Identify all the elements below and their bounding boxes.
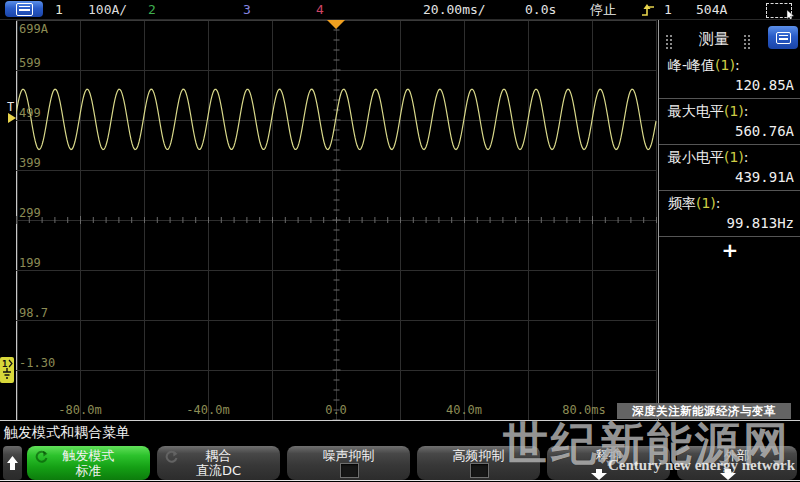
y-axis-label: 599: [19, 56, 41, 70]
y-axis-label: 98.7: [19, 306, 48, 320]
measurement-item[interactable]: 最小电平(1):439.91A: [659, 145, 800, 191]
separator: [659, 236, 800, 237]
checkbox-unchecked[interactable]: [340, 463, 359, 478]
watermark-subtitle: Century new energy network: [608, 457, 795, 474]
y-axis-label: 699A: [19, 22, 48, 36]
trigger-source-readout[interactable]: 1: [664, 1, 672, 18]
x-axis-label: -40.0m: [184, 403, 232, 417]
trigger-level-arrow-icon[interactable]: [8, 113, 16, 123]
measurement-label: 最大电平(1):: [659, 99, 800, 121]
x-axis-label: 40.0m: [440, 403, 488, 417]
channel-3-number[interactable]: 3: [243, 1, 251, 18]
measurement-channel: (1): [696, 195, 716, 211]
rising-edge-icon: [641, 3, 655, 17]
up-arrow-icon: [6, 455, 19, 471]
measurement-label: 频率(1):: [659, 191, 800, 213]
y-axis-label: -1.30: [19, 356, 55, 370]
softkey-2[interactable]: 耦合直流DC: [157, 446, 280, 480]
trigger-level-marker-label: T: [7, 100, 14, 114]
top-status-bar: 1 100A/ 2 3 4 20.00ms/ 0.0s 停止 1 504A: [0, 0, 800, 19]
measurement-item[interactable]: 频率(1):99.813Hz: [659, 191, 800, 237]
back-button[interactable]: [3, 446, 22, 480]
timebase-readout[interactable]: 20.00ms/: [423, 1, 486, 18]
channel-1-ground-marker[interactable]: 1: [0, 357, 14, 383]
main-menu-button[interactable]: [5, 1, 43, 17]
y-axis-label: 399: [19, 156, 41, 170]
drag-handle-icon[interactable]: [743, 34, 752, 49]
ground-channel-number: 1: [2, 359, 7, 369]
trigger-level-readout[interactable]: 504A: [696, 1, 727, 18]
x-axis-label: -80.0m: [56, 403, 104, 417]
measurement-label: 最小电平(1):: [659, 145, 800, 167]
y-axis-label: 199: [19, 256, 41, 270]
measurement-item[interactable]: 最大电平(1):560.76A: [659, 99, 800, 145]
measurement-value: 99.813Hz: [659, 213, 800, 236]
softkey-1[interactable]: 触发模式标准: [27, 446, 150, 480]
measurement-channel: (1): [724, 103, 744, 119]
softkey-3[interactable]: 噪声抑制: [287, 446, 410, 480]
menu-list-icon: [16, 3, 33, 16]
trigger-time-marker-icon[interactable]: [327, 20, 345, 29]
menu-list-icon: [776, 32, 791, 44]
measurement-value: 120.85A: [659, 75, 800, 98]
y-axis-label: 499: [19, 106, 41, 120]
channel-1-number[interactable]: 1: [55, 1, 63, 18]
softkey-label: 触发模式: [27, 448, 150, 463]
softkey-label: 噪声抑制: [287, 448, 410, 463]
x-axis-label: 0.0: [312, 403, 360, 417]
channel-4-number[interactable]: 4: [316, 1, 324, 18]
measurement-label: 峰-峰值(1):: [659, 53, 800, 75]
y-axis-label: 299: [19, 206, 41, 220]
run-state-label: 停止: [590, 1, 616, 18]
delay-readout[interactable]: 0.0s: [525, 1, 556, 18]
measurement-value: 439.91A: [659, 167, 800, 190]
add-measurement-button[interactable]: +: [659, 238, 800, 262]
measurement-panel-title: 测量: [659, 30, 769, 49]
measurement-channel: (1): [724, 149, 744, 165]
measurement-item[interactable]: 峰-峰值(1):120.85A: [659, 53, 800, 99]
checkbox-unchecked[interactable]: [470, 463, 489, 478]
channel-1-scale[interactable]: 100A/: [88, 1, 127, 18]
oscilloscope-screen: 1 100A/ 2 3 4 20.00ms/ 0.0s 停止 1 504A 69…: [0, 0, 800, 482]
channel-2-number[interactable]: 2: [148, 1, 156, 18]
softkey-value: 直流DC: [157, 463, 280, 478]
softkey-menu-title: 触发模式和耦合菜单: [4, 424, 130, 442]
softkey-value: 标准: [27, 463, 150, 478]
measurement-panel-header[interactable]: 测量: [659, 24, 800, 50]
measurement-value: 560.76A: [659, 121, 800, 144]
softkey-label: 耦合: [157, 448, 280, 463]
measurement-panel: 测量 峰-峰值(1):120.85A最大电平(1):560.76A最小电平(1)…: [658, 20, 800, 420]
waveform-graticule: [16, 20, 657, 421]
measurement-menu-button[interactable]: [768, 26, 798, 49]
screen-bottom-border: [0, 480, 800, 481]
measurement-channel: (1): [715, 57, 735, 73]
